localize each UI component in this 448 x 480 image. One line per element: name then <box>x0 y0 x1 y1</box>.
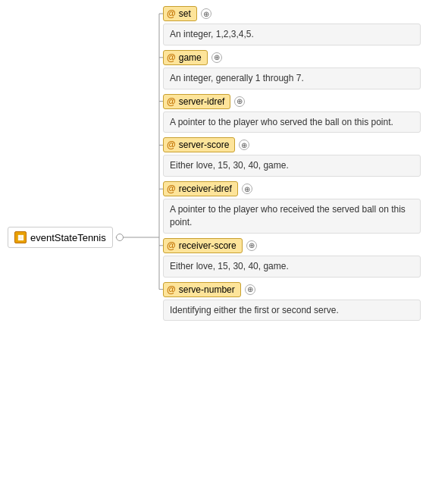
attr-badge-serve-number[interactable]: @ serve-number <box>163 282 241 297</box>
child-group-receiver-score: @ receiver-score ⊕ Either love, 15, 30, … <box>163 238 421 281</box>
attr-badge-server-idref[interactable]: @ server-idref <box>163 94 230 109</box>
child-header-receiver-idref: @ receiver-idref ⊕ <box>163 181 421 196</box>
diagram: ▦ eventStateTennis @ set ⊕ An integer, 1… <box>0 0 448 480</box>
attr-name-game: game <box>179 52 202 63</box>
attr-name-receiver-score: receiver-score <box>179 240 237 251</box>
attr-name-set: set <box>179 8 191 19</box>
at-symbol-server-idref: @ <box>167 96 176 107</box>
attr-badge-receiver-idref[interactable]: @ receiver-idref <box>163 181 238 196</box>
child-desc-server-score: Either love, 15, 30, 40, game. <box>163 155 421 177</box>
expand-serve-number[interactable]: ⊕ <box>245 284 255 295</box>
root-connector-circle <box>116 234 124 241</box>
child-group-server-score: @ server-score ⊕ Either love, 15, 30, 40… <box>163 137 421 180</box>
child-group-server-idref: @ server-idref ⊕ A pointer to the player… <box>163 94 421 136</box>
attr-name-server-idref: server-idref <box>179 96 225 107</box>
at-symbol-serve-number: @ <box>167 284 176 295</box>
at-symbol-receiver-score: @ <box>167 240 176 251</box>
expand-receiver-idref[interactable]: ⊕ <box>242 184 252 194</box>
child-header-receiver-score: @ receiver-score ⊕ <box>163 238 421 253</box>
child-desc-receiver-idref: A pointer to the player who received the… <box>163 199 421 234</box>
child-group-set: @ set ⊕ An integer, 1,2,3,4,5. <box>163 6 421 49</box>
attr-name-receiver-idref: receiver-idref <box>179 184 232 194</box>
attr-name-server-score: server-score <box>179 140 230 150</box>
expand-set[interactable]: ⊕ <box>201 8 211 19</box>
at-symbol-set: @ <box>167 8 176 19</box>
child-desc-serve-number: Identifying either the first or second s… <box>163 300 421 322</box>
attr-name-serve-number: serve-number <box>179 284 235 295</box>
at-symbol-game: @ <box>167 52 176 63</box>
child-header-set: @ set ⊕ <box>163 6 421 21</box>
child-header-serve-number: @ serve-number ⊕ <box>163 282 421 297</box>
child-header-server-score: @ server-score ⊕ <box>163 137 421 152</box>
root-icon: ▦ <box>14 231 27 243</box>
children-list: @ set ⊕ An integer, 1,2,3,4,5. @ game ⊕ … <box>163 6 421 325</box>
expand-server-idref[interactable]: ⊕ <box>234 96 245 107</box>
child-header-game: @ game ⊕ <box>163 50 421 65</box>
attr-badge-set[interactable]: @ set <box>163 6 197 21</box>
expand-server-score[interactable]: ⊕ <box>239 140 249 150</box>
at-symbol-server-score: @ <box>167 140 176 150</box>
expand-receiver-score[interactable]: ⊕ <box>246 240 257 251</box>
child-group-serve-number: @ serve-number ⊕ Identifying either the … <box>163 282 421 325</box>
child-desc-set: An integer, 1,2,3,4,5. <box>163 24 421 45</box>
attr-badge-server-score[interactable]: @ server-score <box>163 137 235 152</box>
root-node: ▦ eventStateTennis <box>8 227 124 248</box>
child-desc-receiver-score: Either love, 15, 30, 40, game. <box>163 256 421 278</box>
attr-badge-game[interactable]: @ game <box>163 50 208 65</box>
attr-badge-receiver-score[interactable]: @ receiver-score <box>163 238 243 253</box>
child-desc-server-idref: A pointer to the player who served the b… <box>163 111 421 133</box>
child-header-server-idref: @ server-idref ⊕ <box>163 94 421 109</box>
expand-game[interactable]: ⊕ <box>211 52 222 63</box>
root-label: eventStateTennis <box>30 232 106 243</box>
child-desc-game: An integer, generally 1 through 7. <box>163 67 421 89</box>
at-symbol-receiver-idref: @ <box>167 184 176 194</box>
child-group-receiver-idref: @ receiver-idref ⊕ A pointer to the play… <box>163 181 421 237</box>
child-group-game: @ game ⊕ An integer, generally 1 through… <box>163 50 421 93</box>
